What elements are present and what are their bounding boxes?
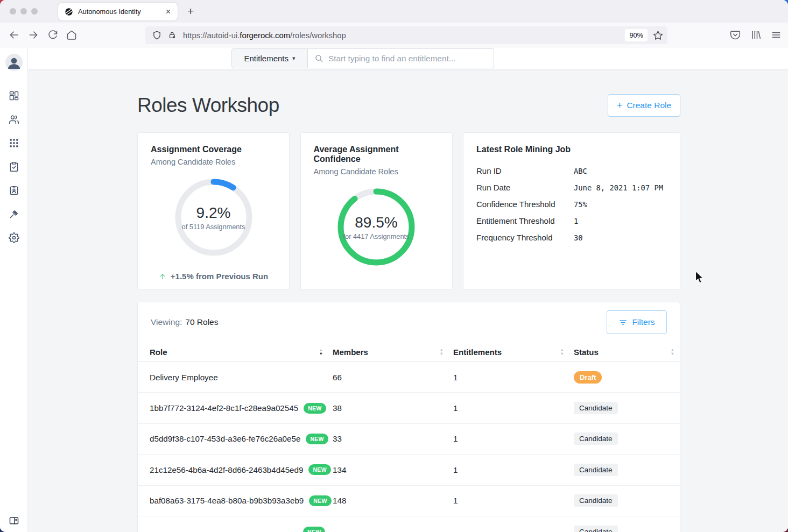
status-badge: Candidate (574, 526, 618, 532)
status-badge: Candidate (574, 432, 618, 445)
browser-window: Autonomous Identity × + https://autoid-u… (0, 0, 788, 532)
avatar[interactable] (5, 54, 23, 71)
url-text: https://autoid-ui.forgerock.com/roles/wo… (183, 31, 625, 40)
arrow-up-icon (159, 273, 166, 280)
confidence-value: 89.5% (355, 214, 397, 231)
filters-button[interactable]: Filters (607, 310, 667, 334)
sidebar-toggle-icon[interactable] (9, 515, 19, 526)
close-window-button[interactable] (10, 8, 16, 15)
sort-icon: ▲▼ (560, 348, 564, 356)
table-header-row: Role ▲▼ Members ▲▼ Entitlements ▲▼ Sta (138, 342, 680, 362)
confidence-donut-chart: 89.5% for 4417 Assignments (336, 187, 417, 267)
mining-job-field: Frequency Threshold 30 (476, 233, 667, 242)
connection-lock-icon[interactable] (168, 31, 177, 40)
search-input[interactable] (328, 54, 487, 63)
url-bar[interactable]: https://autoid-ui.forgerock.com/roles/wo… (145, 26, 667, 44)
column-header-members[interactable]: Members ▲▼ (333, 347, 453, 357)
forgerock-logo-icon (65, 8, 73, 16)
browser-tab[interactable]: Autonomous Identity × (58, 3, 178, 20)
new-badge: NEW (304, 403, 326, 414)
role-name-link[interactable]: 21c12e56-4b6a-4d2f-8d66-2463b4d45ed9 (150, 465, 303, 474)
reload-icon[interactable] (47, 30, 58, 40)
app-topbar: Entitlements ▾ (28, 47, 788, 69)
table-row: d5dd9f38-c107-453d-a3e6-fe76c26a0e5e NEW… (138, 424, 680, 455)
coverage-trend: +1.5% from Previous Run (151, 272, 276, 281)
sidebar-item-identities[interactable] (9, 185, 19, 196)
status-badge: Candidate (574, 494, 618, 507)
chevron-down-icon: ▾ (292, 55, 296, 62)
role-name-link[interactable]: baf08a63-3175-4ea8-b80a-b9b3b93a3eb9 (150, 496, 304, 505)
confidence-caption: for 4417 Assignments (343, 232, 409, 240)
mining-job-field: Run Date June 8, 2021 1:07 PM (476, 183, 667, 192)
app-content: Entitlements ▾ Roles Workshop + Create R… (28, 47, 788, 532)
bookmark-star-icon[interactable] (653, 30, 663, 40)
maximize-window-button[interactable] (31, 8, 38, 15)
mining-job-field: Run ID ABC (476, 166, 667, 175)
plus-icon: + (617, 100, 623, 111)
assignment-coverage-card: Assignment Coverage Among Candidate Role… (137, 132, 290, 290)
assignment-confidence-card: Average Assignment Confidence Among Cand… (300, 132, 453, 290)
library-icon[interactable] (750, 30, 761, 40)
sidebar-item-users[interactable] (9, 114, 19, 125)
mining-job-field: Confidence Threshold 75% (476, 200, 667, 209)
tab-title: Autonomous Identity (78, 8, 164, 16)
entitlement-searchbox (308, 48, 494, 68)
search-icon (314, 54, 323, 63)
status-badge: Candidate (574, 464, 618, 476)
coverage-caption: of 5119 Assignments (182, 223, 245, 231)
table-row: Delivery Employee 66 1 Draft (138, 362, 680, 393)
minimize-window-button[interactable] (20, 8, 27, 15)
sidebar-item-tasks[interactable] (9, 161, 19, 172)
table-row: 21c12e56-4b6a-4d2f-8d66-2463b4d45ed9 NEW… (138, 455, 680, 485)
sidebar-item-applications[interactable] (9, 138, 19, 148)
card-title: Latest Role Mining Job (476, 145, 667, 154)
coverage-donut-chart: 9.2% of 5119 Assignments (173, 177, 254, 258)
sort-icon: ▲▼ (440, 348, 444, 356)
members-value: 148 (333, 496, 453, 505)
create-role-button[interactable]: + Create Role (608, 94, 680, 117)
close-tab-icon[interactable]: × (164, 7, 172, 17)
app-sidebar (0, 47, 28, 532)
url-path: /roles/workshop (290, 31, 346, 40)
tracking-shield-icon[interactable] (152, 31, 161, 40)
new-badge: NEW (308, 464, 330, 475)
filter-icon (618, 318, 628, 327)
pocket-icon[interactable] (730, 30, 741, 40)
home-icon[interactable] (66, 30, 77, 40)
mining-job-card: Latest Role Mining Job Run ID ABC Run Da… (463, 132, 680, 290)
members-value: 134 (333, 465, 453, 474)
forward-icon[interactable] (28, 30, 39, 40)
roles-table-rows: Delivery Employee 66 1 Draft 1bb7f772-31… (138, 362, 680, 532)
card-subtitle: Among Candidate Roles (151, 158, 276, 166)
url-scheme: https://autoid-ui. (183, 31, 240, 40)
entitlements-value: 1 (453, 496, 574, 505)
context-dropdown-label: Entitlements (244, 54, 289, 63)
zoom-level-badge[interactable]: 90% (625, 29, 648, 41)
role-name-link[interactable]: d5dd9f38-c107-453d-a3e6-fe76c26a0e5e (150, 434, 300, 443)
status-badge: Draft (574, 371, 602, 384)
new-tab-button[interactable]: + (185, 4, 196, 18)
back-icon[interactable] (9, 30, 19, 40)
role-name-link[interactable]: Delivery Employee (150, 373, 218, 382)
column-header-role[interactable]: Role ▲▼ (150, 347, 333, 357)
table-row: baf08a63-3175-4ea8-b80a-b9b3b93a3eb9 NEW… (138, 486, 680, 516)
sort-icon: ▲▼ (671, 348, 674, 356)
menu-hamburger-icon[interactable] (771, 30, 782, 40)
sidebar-item-rules-gavel[interactable] (9, 209, 19, 219)
new-badge: NEW (303, 527, 325, 532)
table-row: NEW Candidate (138, 516, 680, 532)
context-dropdown[interactable]: Entitlements ▾ (231, 48, 308, 68)
members-value: 33 (333, 434, 453, 443)
entitlements-value: 1 (453, 465, 574, 474)
column-header-entitlements[interactable]: Entitlements ▲▼ (453, 347, 574, 357)
url-domain: forgerock.com (240, 31, 290, 40)
members-value: 66 (333, 373, 453, 382)
sidebar-item-settings-gear[interactable] (9, 232, 19, 243)
mining-job-field: Entitlement Threshold 1 (476, 216, 667, 225)
card-title: Average Assignment Confidence (314, 145, 439, 164)
sidebar-item-dashboard[interactable] (9, 90, 19, 101)
role-name-link[interactable]: 1bb7f772-3124-4ef2-8c1f-c28ea9a02545 (150, 403, 298, 413)
column-header-status[interactable]: Status ▲▼ (574, 347, 668, 357)
page-title: Roles Workshop (137, 94, 279, 117)
table-row: 1bb7f772-3124-4ef2-8c1f-c28ea9a02545 NEW… (138, 393, 680, 423)
